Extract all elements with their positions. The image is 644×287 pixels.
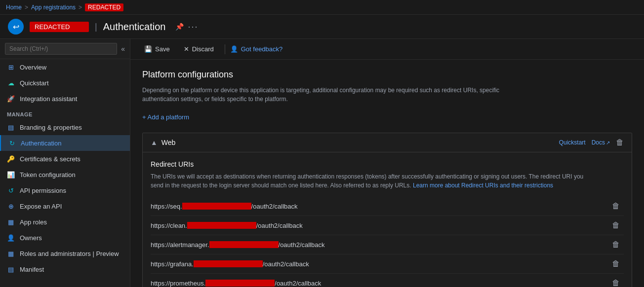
page-title-header: Authentication	[103, 21, 166, 33]
uri-delete-button-3[interactable]: 🗑	[608, 257, 624, 270]
sidebar-label-token: Token configuration	[20, 171, 76, 179]
uri-suffix-3: /oauth2/callback	[263, 260, 309, 268]
branding-icon: ▤	[7, 123, 15, 131]
more-options-icon[interactable]: ···	[188, 22, 198, 32]
web-section-links: Quickstart Docs ↗ 🗑	[559, 138, 624, 147]
sidebar-label-owners: Owners	[20, 234, 42, 242]
sidebar-item-authentication[interactable]: ↻ Authentication	[0, 135, 130, 151]
uri-redacted-2	[209, 241, 279, 248]
breadcrumb-sep1: >	[25, 4, 28, 11]
uri-suffix-1: /oauth2/callback	[256, 222, 303, 229]
uri-suffix-4: /oauth2/callback	[275, 280, 321, 287]
sidebar-label-certificates: Certificates & secrets	[20, 155, 80, 163]
section-manage-label: Manage	[0, 107, 130, 119]
uri-delete-button-4[interactable]: 🗑	[608, 277, 624, 287]
sidebar-label-app-roles: App roles	[20, 218, 47, 226]
pin-icon[interactable]: 📌	[175, 23, 184, 31]
sidebar-item-app-roles[interactable]: ▦ App roles	[0, 214, 130, 230]
sidebar-label-manifest: Manifest	[20, 266, 44, 273]
discard-icon: ✕	[184, 45, 189, 53]
discard-button[interactable]: ✕ Discard	[178, 43, 220, 55]
sidebar-item-owners[interactable]: 👤 Owners	[0, 230, 130, 246]
uri-text-4: https://prometheus. /oauth2/callback	[151, 280, 608, 287]
save-label: Save	[155, 45, 170, 53]
web-section-header: ▲ Web Quickstart Docs ↗ 🗑	[143, 133, 632, 152]
feedback-button[interactable]: 👤 Got feedback?	[230, 45, 283, 53]
search-bar: «	[0, 39, 130, 59]
uri-text-2: https://alertmanager. /oauth2/callback	[151, 241, 608, 249]
sidebar-label-integration: Integration assistant	[20, 95, 77, 103]
app-name-badge: REDACTED	[30, 22, 89, 32]
page-header: ↩ REDACTED | Authentication 📌 ···	[0, 15, 644, 39]
sidebar-label-quickstart: Quickstart	[20, 79, 49, 87]
feedback-icon: 👤	[230, 45, 238, 53]
save-button[interactable]: 💾 Save	[138, 43, 176, 55]
redirect-uris-title: Redirect URIs	[151, 160, 624, 168]
docs-external-icon: ↗	[606, 140, 610, 145]
manifest-icon: ▤	[7, 265, 15, 273]
uri-suffix-2: /oauth2/callback	[279, 241, 325, 249]
owners-icon: 👤	[7, 234, 15, 242]
save-icon: 💾	[144, 45, 152, 53]
sidebar-item-integration[interactable]: 🚀 Integration assistant	[0, 91, 130, 107]
uri-row-1: https://clean. /oauth2/callback 🗑	[151, 216, 624, 235]
content-area: 💾 Save ✕ Discard 👤 Got feedback? Platfor…	[130, 39, 644, 287]
web-section-title-area: ▲ Web	[151, 139, 175, 146]
sidebar-label-branding: Branding & properties	[20, 124, 82, 131]
uri-delete-button-0[interactable]: 🗑	[608, 200, 624, 213]
uri-delete-button-1[interactable]: 🗑	[608, 219, 624, 232]
toolbar: 💾 Save ✕ Discard 👤 Got feedback?	[130, 39, 644, 60]
breadcrumb-home[interactable]: Home	[6, 4, 22, 11]
uri-row-3: https://grafana. /oauth2/callback 🗑	[151, 254, 624, 274]
expose-api-icon: ⊕	[7, 202, 15, 210]
authentication-icon: ↻	[8, 139, 16, 147]
sidebar-label-overview: Overview	[20, 64, 46, 71]
uri-text-3: https://grafana. /oauth2/callback	[151, 260, 608, 268]
breadcrumb-current: REDACTED	[85, 3, 123, 11]
sidebar-item-manifest[interactable]: ▤ Manifest	[0, 261, 130, 277]
sidebar-item-api-permissions[interactable]: ↺ API permissions	[0, 182, 130, 198]
sidebar-item-roles-admin[interactable]: ▦ Roles and administrators | Preview	[0, 246, 130, 261]
uri-redacted-0	[182, 203, 251, 210]
docs-label: Docs	[592, 139, 605, 146]
uri-redacted-4	[205, 280, 275, 287]
web-collapse-icon[interactable]: ▲	[151, 139, 158, 146]
api-permissions-icon: ↺	[7, 186, 15, 194]
sidebar-item-branding[interactable]: ▤ Branding & properties	[0, 119, 130, 135]
sidebar-item-expose-api[interactable]: ⊕ Expose an API	[0, 198, 130, 214]
sidebar-item-overview[interactable]: ⊞ Overview	[0, 59, 130, 75]
token-icon: 📊	[7, 171, 15, 179]
uri-row-0: https://seq. /oauth2/callback 🗑	[151, 197, 624, 216]
integration-icon: 🚀	[7, 95, 15, 103]
search-input[interactable]	[5, 43, 117, 55]
back-icon[interactable]: ↩	[8, 19, 24, 35]
uri-delete-button-2[interactable]: 🗑	[608, 238, 624, 251]
sidebar-label-api-permissions: API permissions	[20, 187, 66, 194]
add-platform-button[interactable]: + Add a platform	[142, 111, 189, 123]
breadcrumb-app-registrations[interactable]: App registrations	[31, 4, 76, 11]
header-separator: |	[95, 22, 97, 32]
redirect-uri-description: The URIs we will accept as destinations …	[151, 172, 595, 190]
breadcrumb-bar: Home > App registrations > REDACTED	[0, 0, 644, 15]
sidebar-label-roles-admin: Roles and administrators | Preview	[20, 250, 119, 257]
web-quickstart-link[interactable]: Quickstart	[559, 139, 586, 146]
uri-prefix-4: https://prometheus.	[151, 280, 205, 287]
collapse-icon[interactable]: «	[121, 45, 125, 53]
sidebar-item-token[interactable]: 📊 Token configuration	[0, 167, 130, 182]
uri-prefix-0: https://seq.	[151, 203, 182, 210]
roles-admin-icon: ▦	[7, 250, 15, 257]
web-delete-button[interactable]: 🗑	[616, 138, 624, 147]
web-section-title: Web	[161, 139, 176, 146]
content-body: Platform configurations Depending on the…	[130, 60, 644, 287]
sidebar-item-certificates[interactable]: 🔑 Certificates & secrets	[0, 151, 130, 167]
main-layout: « ⊞ Overview ☁ Quickstart 🚀 Integration …	[0, 39, 644, 287]
sidebar-item-quickstart[interactable]: ☁ Quickstart	[0, 75, 130, 91]
uri-row-4: https://prometheus. /oauth2/callback 🗑	[151, 274, 624, 287]
learn-more-link[interactable]: Learn more about Redirect URIs and their…	[413, 182, 553, 189]
uri-text-1: https://clean. /oauth2/callback	[151, 222, 608, 229]
uri-prefix-3: https://grafana.	[151, 260, 194, 268]
web-section-content: Redirect URIs The URIs we will accept as…	[143, 152, 632, 287]
sidebar: « ⊞ Overview ☁ Quickstart 🚀 Integration …	[0, 39, 130, 287]
web-docs-link[interactable]: Docs ↗	[592, 139, 610, 146]
feedback-label: Got feedback?	[241, 45, 283, 53]
